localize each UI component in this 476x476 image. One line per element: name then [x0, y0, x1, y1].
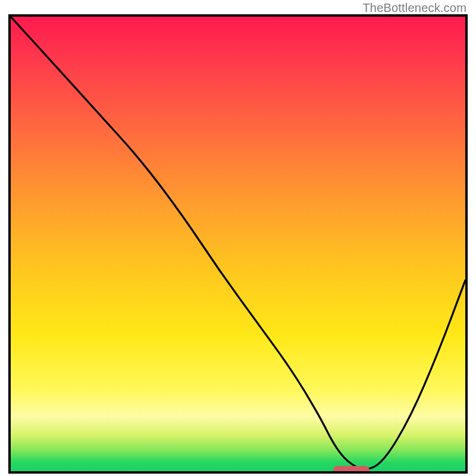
bottleneck-curve — [11, 17, 465, 471]
watermark-text: TheBottleneck.com — [362, 1, 466, 15]
chart-frame — [8, 14, 468, 474]
optimal-range-marker — [333, 466, 369, 474]
